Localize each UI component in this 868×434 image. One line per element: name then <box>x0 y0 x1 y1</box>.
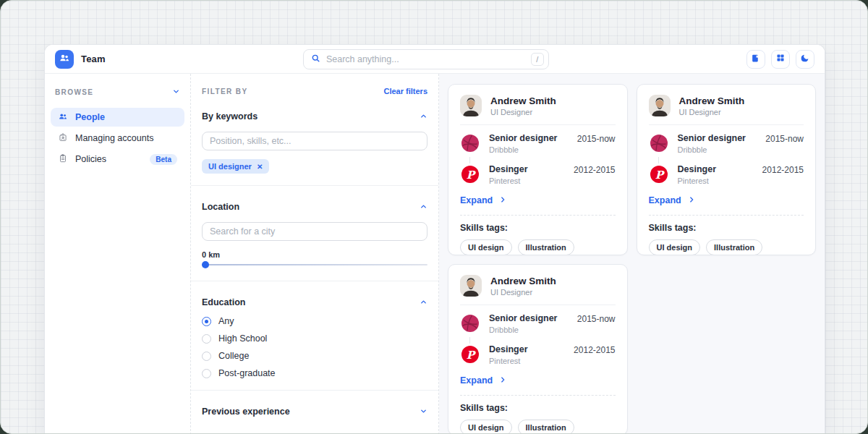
radio-button[interactable] <box>202 369 211 378</box>
expand-link[interactable]: Expand <box>460 195 506 205</box>
city-search-input[interactable] <box>202 222 427 241</box>
experience-timeline: Senior designer Dribbble 2015-now P Desi… <box>460 313 616 367</box>
skill-tag[interactable]: UI design <box>649 239 701 255</box>
skill-tag[interactable]: Illustration <box>706 239 762 255</box>
radio-any[interactable]: Any <box>202 316 427 326</box>
profile-card[interactable]: Andrew Smith UI Designer <box>448 84 628 255</box>
skills-label: Skills tags: <box>460 223 616 233</box>
app-logo <box>55 50 74 69</box>
filter-by-label: FILTER BY <box>202 88 248 95</box>
divider <box>460 215 616 216</box>
radio-post-graduate[interactable]: Post-graduate <box>202 368 427 378</box>
sidebar: BROWSE People <box>45 74 191 434</box>
skill-tag[interactable]: Illustration <box>518 420 574 434</box>
profile-card[interactable]: Andrew Smith UI Designer <box>448 264 628 434</box>
experience-entry: P Desinger Pinterest 2012-2015 <box>460 344 616 367</box>
divider <box>460 395 616 396</box>
slider-knob[interactable] <box>202 261 209 268</box>
experience-entry: P Desinger Pinterest 2012-2015 <box>649 164 804 187</box>
chevron-up-icon <box>420 200 427 213</box>
keywords-input[interactable] <box>202 132 427 150</box>
section-divider <box>191 281 438 281</box>
skill-tag[interactable]: UI design <box>460 239 512 255</box>
job-period: 2015-now <box>765 133 804 144</box>
dribbble-icon <box>649 133 669 156</box>
radio-college[interactable]: College <box>202 351 427 361</box>
slider-track[interactable] <box>202 264 427 265</box>
browse-label: BROWSE <box>55 88 93 96</box>
apps-button[interactable] <box>771 50 790 69</box>
grid-icon <box>776 54 785 64</box>
distance-slider[interactable] <box>202 260 427 269</box>
radio-button[interactable] <box>202 317 211 326</box>
avatar <box>460 275 482 297</box>
company-name: Dribbble <box>678 145 746 154</box>
timeline-connector <box>469 157 470 163</box>
clipboard-icon <box>58 153 68 166</box>
section-divider <box>191 185 438 186</box>
chevron-up-icon <box>420 110 427 123</box>
page-background: Team / <box>0 0 868 434</box>
experience-entry: Senior designer Dribbble 2015-now <box>460 313 616 336</box>
person-name: Andrew Smith <box>679 95 745 106</box>
job-title: Senior designer <box>489 313 557 323</box>
pinterest-icon: P <box>460 164 480 187</box>
job-title: Senior designer <box>678 133 746 143</box>
top-bar: Team / <box>45 45 825 74</box>
browse-section-header[interactable]: BROWSE <box>51 82 184 106</box>
keyword-tag[interactable]: UI designer ✕ <box>202 159 269 174</box>
radio-high-school[interactable]: High School <box>202 333 427 344</box>
skill-tag[interactable]: UI design <box>460 420 512 434</box>
location-section-header[interactable]: Location <box>202 200 427 213</box>
job-period: 2012-2015 <box>762 164 804 175</box>
job-title: Senior designer <box>489 133 557 143</box>
timeline-connector <box>469 337 470 344</box>
chevron-right-icon <box>499 195 506 205</box>
job-period: 2012-2015 <box>574 344 615 355</box>
pinterest-icon: P <box>460 344 480 367</box>
skill-tag[interactable]: Illustration <box>518 239 574 255</box>
profile-card[interactable]: Andrew Smith UI Designer <box>637 84 817 255</box>
section-divider <box>191 390 438 391</box>
chevron-down-icon <box>172 85 180 98</box>
search-shortcut-key: / <box>531 53 544 66</box>
results-grid: Andrew Smith UI Designer <box>439 74 825 434</box>
chevron-down-icon <box>420 405 427 418</box>
pinterest-icon: P <box>649 164 669 187</box>
divider <box>649 124 804 125</box>
chevron-up-icon <box>420 296 427 309</box>
library-button[interactable] <box>746 50 765 69</box>
job-period: 2015-now <box>577 133 616 144</box>
app-title: Team <box>81 54 106 64</box>
global-search[interactable]: / <box>303 49 549 69</box>
avatar <box>460 95 482 116</box>
radio-button[interactable] <box>202 334 211 344</box>
experience-section-header[interactable]: Previous experience <box>202 405 427 418</box>
experience-entry: P Desinger Pinterest 2012-2015 <box>460 164 616 187</box>
person-name: Andrew Smith <box>490 276 556 286</box>
divider <box>460 305 616 305</box>
sidebar-item-label: Managing accounts <box>75 133 153 143</box>
sidebar-item-label: People <box>75 112 105 122</box>
experience-entry: Senior designer Dribbble 2015-now <box>460 133 616 156</box>
radio-button[interactable] <box>202 352 211 361</box>
dribbble-icon <box>460 133 480 156</box>
filter-panel: FILTER BY Clear filters By keywords UI d… <box>191 74 439 434</box>
app-window: Team / <box>44 44 825 434</box>
remove-tag-icon[interactable]: ✕ <box>257 163 263 171</box>
sidebar-item-policies[interactable]: Policies Beta <box>51 150 184 169</box>
expand-link[interactable]: Expand <box>649 195 695 205</box>
sidebar-item-managing-accounts[interactable]: Managing accounts <box>51 129 184 148</box>
sidebar-item-people[interactable]: People <box>51 108 184 127</box>
keywords-section-header[interactable]: By keywords <box>202 110 427 123</box>
sidebar-item-label: Policies <box>75 154 106 164</box>
job-period: 2015-now <box>577 313 616 324</box>
clear-filters-link[interactable]: Clear filters <box>383 87 427 95</box>
distance-value: 0 km <box>202 250 427 259</box>
education-section-header[interactable]: Education <box>202 296 427 309</box>
dark-mode-button[interactable] <box>796 50 814 69</box>
search-input[interactable] <box>326 54 525 64</box>
skills-label: Skills tags: <box>460 403 616 413</box>
beta-badge: Beta <box>150 154 177 165</box>
expand-link[interactable]: Expand <box>460 375 506 386</box>
